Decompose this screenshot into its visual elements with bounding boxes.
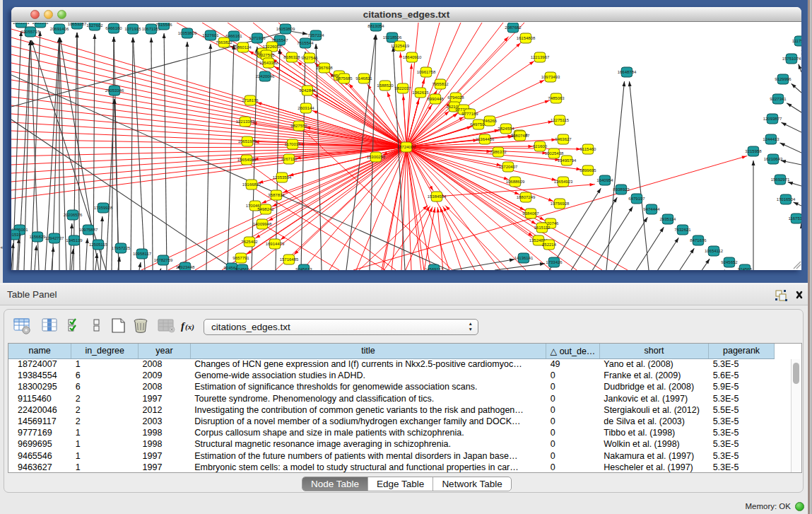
svg-text:9827546: 9827546 <box>301 56 318 60</box>
svg-text:3587834: 3587834 <box>268 193 285 197</box>
svg-text:21364456: 21364456 <box>476 137 495 141</box>
svg-text:19166827: 19166827 <box>242 182 261 187</box>
svg-text:746266: 746266 <box>483 119 498 123</box>
svg-text:11325419: 11325419 <box>391 44 410 48</box>
svg-text:9242848: 9242848 <box>299 88 316 93</box>
svg-text:1170034: 1170034 <box>285 142 302 146</box>
svg-text:3824554: 3824554 <box>498 127 514 131</box>
svg-text:1117563: 1117563 <box>792 39 801 43</box>
svg-text:9463627: 9463627 <box>555 137 572 141</box>
svg-text:13495794: 13495794 <box>558 158 577 163</box>
svg-text:12213343: 12213343 <box>236 119 255 124</box>
svg-text:9129996: 9129996 <box>775 77 792 81</box>
svg-text:20691406: 20691406 <box>50 27 69 31</box>
svg-text:18640910: 18640910 <box>403 55 422 59</box>
svg-text:9327505: 9327505 <box>258 53 275 57</box>
svg-text:16654985: 16654985 <box>237 158 257 162</box>
svg-text:22420046: 22420046 <box>256 74 275 78</box>
svg-text:9245613: 9245613 <box>295 267 312 270</box>
svg-text:8186328: 8186328 <box>283 55 300 59</box>
svg-text:1244413: 1244413 <box>763 137 779 141</box>
svg-text:9146821: 9146821 <box>355 76 372 81</box>
svg-text:1167534: 1167534 <box>789 216 801 221</box>
svg-text:7515546: 7515546 <box>155 23 172 27</box>
svg-text:16210643: 16210643 <box>764 157 783 161</box>
svg-text:924565: 924565 <box>738 267 753 270</box>
svg-text:2087682: 2087682 <box>505 25 522 30</box>
svg-text:9227341: 9227341 <box>770 97 787 101</box>
svg-text:9860124: 9860124 <box>235 45 252 49</box>
svg-text:8813054: 8813054 <box>367 24 384 28</box>
svg-text:18807249: 18807249 <box>517 195 536 199</box>
svg-text:7632621: 7632621 <box>674 228 691 232</box>
svg-text:18724007: 18724007 <box>397 145 416 149</box>
svg-text:10975887: 10975887 <box>79 228 98 232</box>
svg-text:10353809: 10353809 <box>178 31 197 35</box>
svg-text:17957225: 17957225 <box>112 246 131 250</box>
svg-text:19055715: 19055715 <box>21 30 40 34</box>
svg-text:1615112: 1615112 <box>534 226 551 230</box>
svg-text:12942737: 12942737 <box>45 236 64 240</box>
svg-text:16648784: 16648784 <box>618 70 637 74</box>
svg-text:1905572: 1905572 <box>32 23 49 25</box>
svg-text:10688609: 10688609 <box>506 180 525 184</box>
svg-text:252214: 252214 <box>542 243 557 247</box>
svg-text:1071915: 1071915 <box>124 27 141 31</box>
svg-text:16053809: 16053809 <box>276 27 295 31</box>
svg-text:16782759: 16782759 <box>154 258 173 262</box>
svg-text:2603144: 2603144 <box>298 106 314 110</box>
svg-text:15384554: 15384554 <box>428 194 447 199</box>
svg-text:10654112: 10654112 <box>705 249 724 253</box>
svg-text:2005571: 2005571 <box>13 23 30 25</box>
svg-text:10653287: 10653287 <box>68 23 87 26</box>
svg-text:1345139: 1345139 <box>66 238 83 243</box>
svg-text:7386372: 7386372 <box>490 150 507 154</box>
svg-text:14009948: 14009948 <box>253 222 272 226</box>
svg-text:19756928: 19756928 <box>551 201 570 206</box>
svg-text:29053346: 29053346 <box>105 88 124 93</box>
svg-text:13654923: 13654923 <box>554 180 573 184</box>
svg-text:9474444: 9474444 <box>643 207 660 211</box>
svg-text:16914479: 16914479 <box>266 242 285 246</box>
svg-text:2935114: 2935114 <box>660 217 677 221</box>
svg-text:13226058: 13226058 <box>263 45 282 49</box>
svg-text:9384067: 9384067 <box>522 211 539 216</box>
svg-text:12275115: 12275115 <box>551 118 570 122</box>
svg-text:20206576: 20206576 <box>64 213 83 217</box>
svg-text:1640954: 1640954 <box>596 178 613 182</box>
svg-text:19218506: 19218506 <box>383 35 402 40</box>
svg-text:10543362: 10543362 <box>259 61 278 65</box>
svg-text:10958117: 10958117 <box>133 252 152 256</box>
svg-text:7625402: 7625402 <box>241 240 258 244</box>
svg-text:14569117: 14569117 <box>425 267 444 270</box>
svg-text:6479197: 6479197 <box>628 197 645 201</box>
svg-text:12093877: 12093877 <box>763 117 782 121</box>
svg-text:1071916: 1071916 <box>249 36 266 40</box>
svg-text:16154808: 16154808 <box>517 36 536 40</box>
svg-text:12923448: 12923448 <box>176 265 195 269</box>
svg-text:3215958: 3215958 <box>745 149 762 153</box>
svg-text:1156829: 1156829 <box>30 235 47 239</box>
svg-text:10807487: 10807487 <box>511 134 530 138</box>
svg-text:6466160: 6466160 <box>105 26 122 30</box>
svg-text:14136141: 14136141 <box>514 256 534 260</box>
svg-text:9827552: 9827552 <box>290 124 307 128</box>
svg-text:10025438: 10025438 <box>545 151 564 156</box>
svg-text:15692971: 15692971 <box>771 177 790 182</box>
svg-text:10651975: 10651975 <box>238 139 257 144</box>
svg-text:12353594: 12353594 <box>273 175 292 180</box>
svg-text:8938923: 8938923 <box>613 187 630 192</box>
svg-text:(x): (x) <box>185 322 194 332</box>
svg-text:1362615: 1362615 <box>412 90 429 95</box>
svg-text:621600: 621600 <box>533 144 548 148</box>
svg-text:9245652: 9245652 <box>721 260 738 264</box>
svg-text:12213967: 12213967 <box>531 55 550 59</box>
svg-text:1733426: 1733426 <box>546 260 563 264</box>
svg-text:8990448: 8990448 <box>427 97 444 101</box>
svg-text:7357224: 7357224 <box>307 33 324 37</box>
svg-text:15751074: 15751074 <box>782 57 801 61</box>
svg-text:10973493: 10973493 <box>541 75 560 79</box>
svg-text:1527602: 1527602 <box>86 23 103 28</box>
svg-text:9657791: 9657791 <box>233 256 249 260</box>
svg-text:1588520: 1588520 <box>377 83 394 88</box>
